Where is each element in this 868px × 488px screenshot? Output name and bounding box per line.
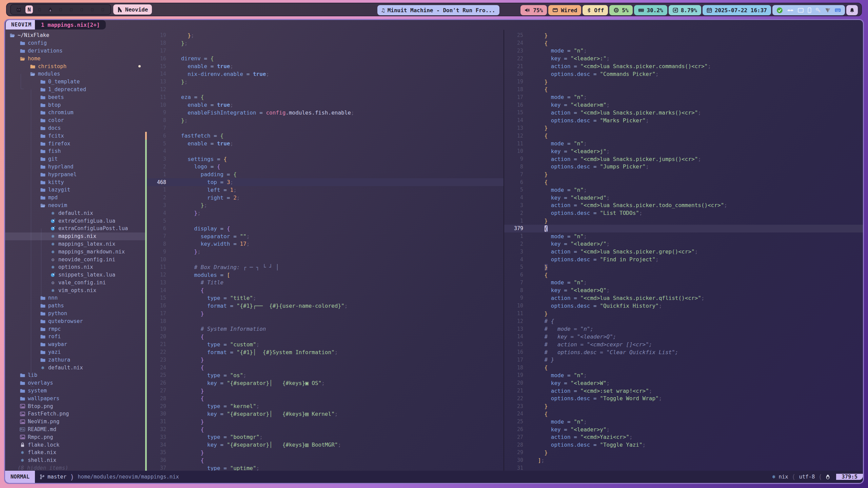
code-line[interactable]: 12 { [504,132,863,140]
code-line[interactable]: 13}; [145,78,504,86]
tree-file-options-nix[interactable]: ❄options.nix [5,263,145,271]
code-line[interactable]: 6fastfetch = { [145,132,504,140]
code-line[interactable]: 379 { [504,225,863,232]
tree-folder-fcitx[interactable]: fcitx [5,132,145,140]
code-line[interactable]: 22 options.desc = "Toggle Word Wrap"; [504,394,863,402]
tree-folder-neovim[interactable]: neovim [5,202,145,209]
memory-module[interactable]: 30.2% [634,5,667,15]
code-line[interactable]: 9 enableFishIntegration = config.modules… [145,109,504,117]
tree-folder--8-hidden-items-[interactable]: (8 hidden items) [5,464,145,470]
code-line[interactable]: 2 key = "<leader>/"; [504,240,863,248]
code-line[interactable]: 14 # key = "<leader>Q"; [504,333,863,341]
code-line[interactable]: 7 separator = ""; [145,232,504,240]
tree-folder-0-template[interactable]: 0_template [5,78,145,86]
code-line[interactable]: 12 [145,86,504,94]
tree-folder--nixflake[interactable]: ~/NixFlake [5,32,145,39]
code-line[interactable]: 21 type = "custom"; [145,341,504,348]
code-line[interactable]: 18}; [145,39,504,47]
tree-file-btop-png[interactable]: Btop.png [5,402,145,410]
code-line[interactable]: 19 # System Information [145,325,504,333]
code-line[interactable]: 7 } [504,170,863,178]
tree-folder-hyprpanel[interactable]: hyprpanel [5,170,145,178]
code-line[interactable]: 5 } [504,263,863,271]
code-line[interactable]: 17 [145,47,504,55]
tree-file-neovide-config-ini[interactable]: ⚙neovide_config.ini [5,256,145,263]
tree-folder-kitty[interactable]: kitty [5,178,145,186]
tree-folder-wallpapers[interactable]: wallpapers [5,394,145,402]
code-line[interactable]: 32 { [145,426,504,433]
code-line[interactable]: 3 action = "<cmd>lua Snacks.picker.grep(… [504,248,863,256]
code-line[interactable]: 16 key = "<leader>m"; [504,101,863,109]
code-line[interactable]: 8 key = "<leader>Q"; [504,286,863,294]
tree-file-readme-md[interactable]: README.md [5,426,145,433]
tree-file-mappings-latex-nix[interactable]: ❄mappings_latex.nix [5,240,145,248]
buffer-tab[interactable]: 1 mappings.nix[2+] [35,20,106,29]
mustache-tray-icon[interactable] [787,8,794,12]
window-tray-icon[interactable] [798,8,804,13]
window-title-chip[interactable]: Neovide [113,4,152,15]
code-line[interactable]: 3 }; [145,202,504,209]
code-line[interactable]: 20 { [145,333,504,341]
code-line[interactable]: 11eza = { [145,93,504,101]
code-line[interactable]: 27 action = "<cmd>Yazi<cr>"; [504,433,863,441]
code-line[interactable]: 1 mode = "n"; [504,232,863,240]
tree-file-shell-nix[interactable]: ❄shell.nix [5,456,145,464]
cat-workspace-icon[interactable] [15,5,22,14]
code-line[interactable]: 12 modules = [ [145,271,504,279]
code-line[interactable]: 10 key = "<leader>j"; [504,147,863,155]
phone-tray-icon[interactable] [808,7,811,13]
code-line[interactable]: 23 } [145,356,504,364]
clock-module[interactable]: 2025-07-22 16:37 [703,5,771,15]
tree-file-flake-lock[interactable]: flake.lock [5,441,145,449]
code-line[interactable]: 17 } [145,310,504,318]
code-line[interactable]: 22 format = "{#1}│ {#}System Information… [145,348,504,356]
tree-file-mappings-nix[interactable]: ❄mappings.nix [5,232,145,240]
tree-file-default-nix[interactable]: ❄default.nix [5,364,145,371]
code-line[interactable]: 4 }; [145,209,504,217]
code-line[interactable]: 25 mode = "n"; [504,418,863,426]
disk-module[interactable]: 8.79% [669,5,701,15]
code-line[interactable]: 18 [145,317,504,325]
code-line[interactable]: 23 mode = "n"; [504,47,863,55]
code-line[interactable]: 16 format = "{#1}┌── {#}{user-name-color… [145,302,504,310]
code-line[interactable]: 14 options.desc = "Marks Picker"; [504,117,863,124]
tree-folder-paths[interactable]: paths [5,302,145,310]
code-line[interactable]: 9 action = "<cmd>lua Snacks.picker.jumps… [504,155,863,163]
code-line[interactable]: 13 # Title [145,279,504,287]
code-line[interactable]: 36 { [145,456,504,464]
tree-folder-derivations[interactable]: derivations [5,47,145,55]
code-line[interactable]: 21 action = "<cmd>lua Snacks.picker.comm… [504,62,863,70]
vpn-triangle-tray-icon[interactable] [825,8,831,13]
code-line[interactable]: 7 [145,124,504,132]
code-line[interactable]: 13 } [504,124,863,132]
code-line[interactable]: 10 enable = true; [145,101,504,109]
notification-bell[interactable] [846,5,858,15]
tree-folder-fish[interactable]: fish [5,147,145,155]
keyboard-tray-icon[interactable] [835,8,841,13]
tree-folder-config[interactable]: config [5,39,145,47]
code-line[interactable]: 18 { [504,364,863,371]
tree-folder-mpd[interactable]: mpd [5,194,145,202]
code-line[interactable]: 14 nix-direnv.enable = true; [145,70,504,78]
code-line[interactable]: 15 type = "title"; [145,294,504,302]
tree-file-snippets-latex-lua[interactable]: snippets_latex.lua [5,271,145,279]
tree-file-default-nix[interactable]: ❄default.nix [5,209,145,217]
tree-folder-zathura[interactable]: zathura [5,356,145,364]
tree-file-flake-nix[interactable]: ❄flake.nix [5,449,145,456]
code-line[interactable]: 3 action = "<cmd>lua Snacks.picker.todo_… [504,202,863,209]
tree-folder-color[interactable]: color [5,117,145,124]
tree-folder-git[interactable]: git [5,155,145,163]
code-line[interactable]: 33 type = "bootmgr"; [145,433,504,441]
code-line[interactable]: 9 action = "<cmd>lua Snacks.picker.qflis… [504,294,863,302]
code-line[interactable]: 37 type = "uptime"; [145,464,504,471]
square-workspace-icon[interactable]: □ [67,5,75,14]
code-line[interactable]: 15 enable = true; [145,62,504,70]
code-line[interactable]: 1 left = 1; [145,186,504,194]
code-line[interactable]: 28 options.desc = "Toggle Yazi"; [504,441,863,449]
tree-folder-home[interactable]: home [5,55,145,62]
code-line[interactable]: 11 } [504,310,863,318]
music-player-chip[interactable]: ♫ Minuit Machine - Don't Run Fro... [377,5,499,15]
code-line[interactable]: 5 mode = "n"; [504,186,863,194]
tree-folder-beets[interactable]: beets [5,93,145,101]
tree-folder-christoph[interactable]: christoph [5,62,145,70]
